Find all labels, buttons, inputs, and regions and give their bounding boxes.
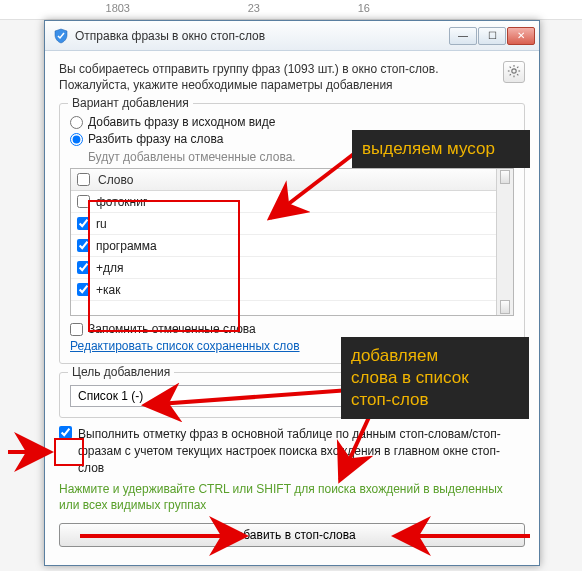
word-text: +для (96, 261, 124, 275)
mark-block: Выполнить отметку фраз в основной таблиц… (59, 426, 525, 513)
bg-cell: 23 (140, 2, 270, 17)
svg-line-7 (510, 74, 511, 75)
word-text: фотокниг (96, 195, 147, 209)
radio-split[interactable]: Разбить фразу на слова (70, 132, 514, 146)
bg-cell: 16 (270, 2, 380, 17)
svg-line-5 (510, 66, 511, 67)
remember-row[interactable]: Запомнить отмеченные слова (70, 322, 514, 336)
titlebar: Отправка фразы в окно стоп-слов — ☐ ✕ (45, 21, 539, 51)
svg-point-0 (512, 68, 516, 72)
word-col-header: Слово (96, 173, 133, 187)
mark-checkbox-row[interactable]: Выполнить отметку фраз в основной таблиц… (59, 426, 525, 476)
destination-legend: Цель добавления (68, 365, 174, 379)
word-checkbox[interactable] (77, 239, 90, 252)
variant-group: Вариант добавления Добавить фразу в исхо… (59, 103, 525, 364)
variant-legend: Вариант добавления (68, 96, 193, 110)
destination-select[interactable]: Список 1 (-) (70, 385, 514, 407)
gear-icon (507, 64, 521, 81)
radio-split-input[interactable] (70, 133, 83, 146)
remember-checkbox[interactable] (70, 323, 83, 336)
stopwords-dialog: Отправка фразы в окно стоп-слов — ☐ ✕ Вы… (44, 20, 540, 566)
word-row[interactable]: программа (71, 235, 496, 257)
word-row[interactable]: +для (71, 257, 496, 279)
word-checkbox[interactable] (77, 261, 90, 274)
word-text: программа (96, 239, 157, 253)
bg-cell: 1803 (0, 2, 140, 17)
split-hint: Будут добавлены отмеченные слова. (88, 150, 514, 164)
radio-original[interactable]: Добавить фразу в исходном виде (70, 115, 514, 129)
word-row[interactable]: фотокниг (71, 191, 496, 213)
word-list: Слово фотокнигruпрограмма+для+как (70, 168, 514, 316)
edit-saved-link[interactable]: Редактировать список сохраненных слов (70, 339, 300, 353)
dialog-content: Вы собираетесь отправить группу фраз (10… (45, 51, 539, 565)
close-button[interactable]: ✕ (507, 27, 535, 45)
window-buttons: — ☐ ✕ (449, 27, 535, 45)
ctrl-shift-tip: Нажмите и удерживайте CTRL или SHIFT для… (59, 481, 525, 513)
word-row[interactable]: ru (71, 213, 496, 235)
minimize-button[interactable]: — (449, 27, 477, 45)
mark-checkbox[interactable] (59, 426, 72, 439)
remember-label: Запомнить отмеченные слова (88, 322, 256, 336)
word-checkbox[interactable] (77, 283, 90, 296)
svg-line-6 (517, 74, 518, 75)
settings-button[interactable] (503, 61, 525, 83)
svg-line-8 (517, 66, 518, 67)
word-text: +как (96, 283, 120, 297)
word-checkbox[interactable] (77, 195, 90, 208)
word-checkbox[interactable] (77, 217, 90, 230)
scrollbar[interactable] (496, 169, 513, 315)
intro-text: Вы собираетесь отправить группу фраз (10… (59, 61, 495, 93)
shield-icon (53, 28, 69, 44)
word-check-all[interactable] (77, 173, 90, 186)
word-list-header: Слово (71, 169, 496, 191)
radio-label: Добавить фразу в исходном виде (88, 115, 275, 129)
mark-label: Выполнить отметку фраз в основной таблиц… (78, 426, 525, 476)
radio-label: Разбить фразу на слова (88, 132, 223, 146)
background-row: 1803 23 16 (0, 0, 582, 20)
destination-group: Цель добавления Список 1 (-) (59, 372, 525, 418)
word-text: ru (96, 217, 107, 231)
maximize-button[interactable]: ☐ (478, 27, 506, 45)
add-to-stopwords-button[interactable]: Добавить в стоп-слова (59, 523, 525, 547)
word-row[interactable]: +как (71, 279, 496, 301)
radio-original-input[interactable] (70, 116, 83, 129)
window-title: Отправка фразы в окно стоп-слов (75, 29, 449, 43)
